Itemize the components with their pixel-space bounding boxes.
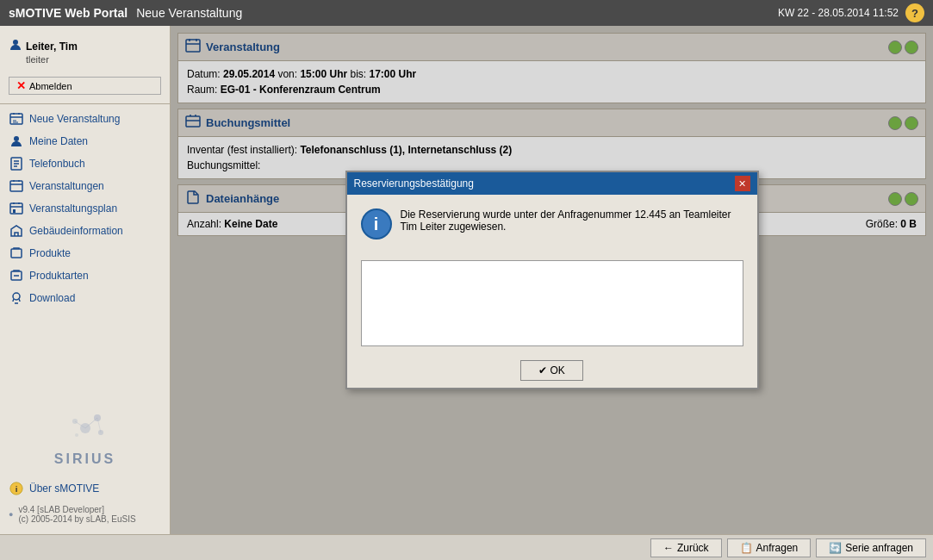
sirius-label: SIRIUS bbox=[54, 451, 115, 467]
user-sub: tleiter bbox=[9, 54, 161, 65]
gebaeude-icon bbox=[9, 223, 24, 239]
sidebar-item-produktarten[interactable]: Produktarten bbox=[0, 264, 170, 287]
main-layout: Leiter, Tim tleiter ✕ Abmelden Neue Vera… bbox=[0, 26, 933, 534]
modal-body: i Die Reservierung wurde unter der Anfra… bbox=[347, 195, 757, 253]
nav-label: Veranstaltungsplan bbox=[29, 202, 117, 215]
modal-info-icon: i bbox=[361, 208, 392, 240]
nav-label: Download bbox=[29, 292, 75, 304]
page-title: Neue Veranstaltung bbox=[136, 6, 242, 20]
sidebar-item-gebaeudeinformation[interactable]: Gebäudeinformation bbox=[0, 220, 170, 242]
sidebar-item-neue-veranstaltung[interactable]: Neue Veranstaltung bbox=[0, 108, 170, 130]
sirius-icon bbox=[59, 402, 111, 448]
meine-daten-icon bbox=[9, 134, 24, 149]
header-left: sMOTIVE Web Portal Neue Veranstaltung bbox=[9, 6, 242, 20]
sidebar-item-meine-daten[interactable]: Meine Daten bbox=[0, 130, 170, 152]
veranstaltungsplan-icon bbox=[9, 201, 24, 216]
produktarten-icon bbox=[9, 268, 24, 283]
about-icon: i bbox=[9, 481, 24, 496]
sidebar-item-telefonbuch[interactable]: Telefonbuch bbox=[0, 152, 170, 175]
about-label: Über sMOTIVE bbox=[29, 482, 99, 495]
logout-button[interactable]: ✕ Abmelden bbox=[9, 77, 161, 95]
download-icon bbox=[9, 290, 24, 306]
app-header: sMOTIVE Web Portal Neue Veranstaltung KW… bbox=[0, 0, 933, 26]
nav-label: Veranstaltungen bbox=[29, 180, 104, 192]
nav-label: Produkte bbox=[29, 247, 71, 259]
svg-line-14 bbox=[85, 418, 97, 428]
nav-label: Neue Veranstaltung bbox=[29, 113, 120, 125]
sidebar: Leiter, Tim tleiter ✕ Abmelden Neue Vera… bbox=[0, 26, 171, 534]
modal-footer: ✔ OK bbox=[347, 353, 757, 388]
version-text: v9.4 [sLAB Developer] (c) 2005-2014 by s… bbox=[18, 505, 135, 524]
sirius-small-icon: ● bbox=[9, 510, 13, 519]
help-button[interactable]: ? bbox=[905, 3, 924, 22]
modal-titlebar: Reservierungsbestätigung ✕ bbox=[347, 172, 757, 195]
back-label: Zurück bbox=[677, 542, 709, 554]
nav-label: Telefonbuch bbox=[29, 158, 85, 170]
header-right: KW 22 - 28.05.2014 11:52 ? bbox=[778, 3, 924, 22]
back-icon: ← bbox=[663, 542, 674, 554]
svg-rect-4 bbox=[10, 181, 22, 191]
svg-point-0 bbox=[13, 40, 18, 45]
sidebar-logo-area: SIRIUS bbox=[0, 385, 170, 476]
telefonbuch-icon bbox=[9, 156, 24, 171]
svg-rect-5 bbox=[10, 203, 22, 214]
nav-label: Produktarten bbox=[29, 270, 89, 282]
user-section: Leiter, Tim tleiter bbox=[0, 33, 170, 72]
main-content: Veranstaltung Datum: 29.05.2014 von: 15:… bbox=[171, 26, 933, 534]
datetime-display: KW 22 - 28.05.2014 11:52 bbox=[778, 7, 899, 19]
back-button[interactable]: ← Zurück bbox=[650, 538, 722, 557]
user-icon bbox=[9, 38, 22, 54]
anfragen-label: Anfragen bbox=[756, 542, 799, 554]
anfragen-button[interactable]: 📋 Anfragen bbox=[727, 538, 812, 557]
nav-label: Meine Daten bbox=[29, 135, 88, 147]
sidebar-item-veranstaltungsplan[interactable]: Veranstaltungsplan bbox=[0, 197, 170, 220]
anfragen-icon: 📋 bbox=[740, 542, 753, 554]
sidebar-divider bbox=[0, 103, 170, 104]
nav-label: Gebäudeinformation bbox=[29, 225, 123, 237]
ok-button[interactable]: ✔ OK bbox=[520, 360, 583, 381]
app-title: sMOTIVE Web Portal bbox=[9, 6, 128, 20]
svg-point-8 bbox=[13, 293, 20, 300]
logout-label: Abmelden bbox=[29, 81, 72, 91]
neue-veranstaltung-icon bbox=[9, 111, 24, 127]
sidebar-item-produkte[interactable]: Produkte bbox=[0, 242, 170, 264]
user-icon-row: Leiter, Tim bbox=[9, 38, 161, 54]
app-footer: ← Zurück 📋 Anfragen 🔄 Serie anfragen bbox=[0, 534, 933, 560]
serie-icon: 🔄 bbox=[829, 542, 842, 554]
modal-overlay: Reservierungsbestätigung ✕ i Die Reservi… bbox=[171, 26, 933, 534]
sidebar-item-about[interactable]: i Über sMOTIVE bbox=[0, 476, 170, 501]
user-name: Leiter, Tim bbox=[26, 40, 78, 53]
veranstaltungen-icon bbox=[9, 178, 24, 194]
version-bar: ● v9.4 [sLAB Developer] (c) 2005-2014 by… bbox=[0, 501, 170, 527]
sidebar-item-download[interactable]: Download bbox=[0, 287, 170, 309]
modal-title: Reservierungsbestätigung bbox=[354, 177, 474, 190]
svg-rect-6 bbox=[11, 249, 22, 258]
logout-x-icon: ✕ bbox=[16, 79, 26, 92]
svg-text:i: i bbox=[16, 484, 18, 494]
serie-anfragen-button[interactable]: 🔄 Serie anfragen bbox=[816, 538, 926, 557]
modal-dialog: Reservierungsbestätigung ✕ i Die Reservi… bbox=[345, 171, 759, 389]
modal-message: Die Reservierung wurde unter der Anfrage… bbox=[401, 208, 743, 233]
modal-close-button[interactable]: ✕ bbox=[735, 176, 750, 191]
serie-label: Serie anfragen bbox=[845, 542, 913, 554]
svg-point-13 bbox=[75, 433, 78, 437]
sidebar-item-veranstaltungen[interactable]: Veranstaltungen bbox=[0, 175, 170, 197]
produkte-icon bbox=[9, 246, 24, 261]
modal-content-area bbox=[361, 260, 743, 346]
svg-point-2 bbox=[14, 136, 19, 141]
